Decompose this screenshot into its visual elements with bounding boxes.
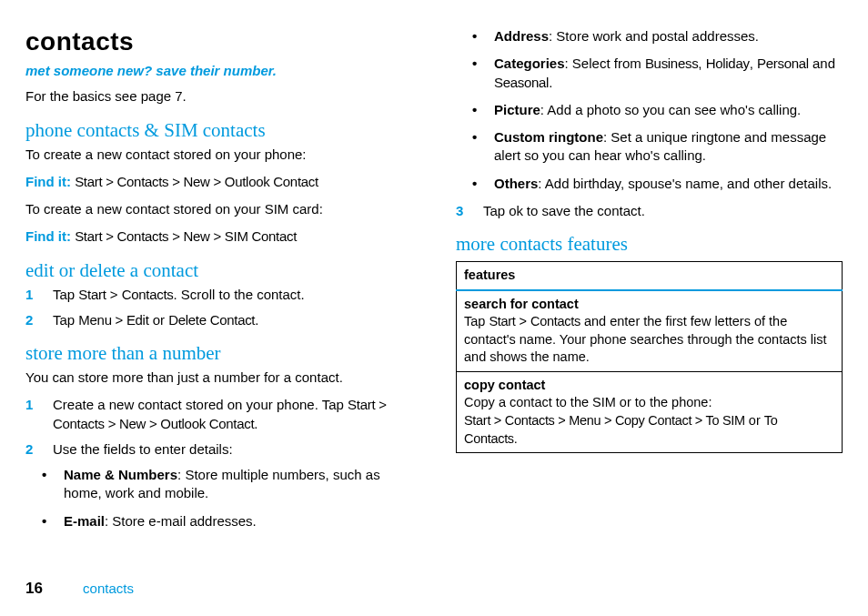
step-2: 2 Use the fields to enter details: xyxy=(25,440,412,459)
feature-search: search for contact Tap Start > Contacts … xyxy=(457,290,843,372)
field-bullets-left: Name & Numbers: Store multiple numbers, … xyxy=(25,466,412,530)
bullet-picture: Picture: Add a photo so you can see who'… xyxy=(456,101,843,119)
heading-store-more: store more than a number xyxy=(25,342,412,365)
step-text: Use the fields to enter details: xyxy=(53,440,412,459)
heading-more-features: more contacts features xyxy=(456,233,843,256)
page-number: 16 xyxy=(25,580,43,597)
feature-title: search for contact xyxy=(464,296,834,314)
field-bullets-right: Address: Store work and postal addresses… xyxy=(456,27,843,193)
feature-title: copy contact xyxy=(464,377,834,395)
findit-label: Find it: xyxy=(25,174,71,189)
findit-1: Find it: Start > Contacts > New > Outloo… xyxy=(25,173,412,191)
step-1: 1 Tap Start > Contacts. Scroll to the co… xyxy=(25,286,412,304)
bullet-others: Others: Add birthday, spouse's name, and… xyxy=(456,175,843,193)
right-column: Address: Store work and postal addresses… xyxy=(456,27,843,540)
features-header: features xyxy=(457,262,843,290)
step-number: 3 xyxy=(456,202,467,220)
feature-body: Tap Start > Contacts and enter the first… xyxy=(464,313,834,367)
bullet-email: E-mail: Store e-mail addresses. xyxy=(25,512,412,530)
store-steps-cont: 3 Tap ok to save the contact. xyxy=(456,202,843,220)
feature-body: Copy a contact to the SIM or to the phon… xyxy=(464,394,834,412)
heading-edit-delete: edit or delete a contact xyxy=(25,259,412,282)
footer-section: contacts xyxy=(83,581,134,596)
step-number: 2 xyxy=(25,440,36,459)
tagline: met someone new? save their number. xyxy=(25,62,412,80)
page-footer: 16 contacts xyxy=(25,580,134,598)
findit-path: Start > Contacts > New > Outlook Contact xyxy=(75,174,318,189)
sec1-p2: To create a new contact stored on your S… xyxy=(25,200,412,218)
step-number: 1 xyxy=(25,396,36,433)
bullet-categories: Categories: Select from Business, Holida… xyxy=(456,55,843,92)
step-text: Tap Start > Contacts. Scroll to the cont… xyxy=(53,286,412,304)
basics-line: For the basics see page 7. xyxy=(25,87,412,106)
findit-label: Find it: xyxy=(25,228,71,244)
feature-path: Start > Contacts > Menu > Copy Contact >… xyxy=(464,412,834,448)
step-text: Create a new contact stored on your phon… xyxy=(53,396,412,433)
store-steps: 1 Create a new contact stored on your ph… xyxy=(25,396,412,459)
step-text: Tap ok to save the contact. xyxy=(483,202,843,220)
edit-steps: 1 Tap Start > Contacts. Scroll to the co… xyxy=(25,286,412,330)
findit-path: Start > Contacts > New > SIM Contact xyxy=(75,228,297,244)
left-column: contacts met someone new? save their num… xyxy=(25,27,412,540)
sec3-intro: You can store more than just a number fo… xyxy=(25,369,412,387)
step-3: 3 Tap ok to save the contact. xyxy=(456,202,843,220)
findit-2: Find it: Start > Contacts > New > SIM Co… xyxy=(25,227,412,246)
step-text: Tap Menu > Edit or Delete Contact. xyxy=(53,311,412,329)
bullet-address: Address: Store work and postal addresses… xyxy=(456,27,843,45)
bullet-ringtone: Custom ringtone: Set a unique ringtone a… xyxy=(456,128,843,166)
step-number: 2 xyxy=(25,311,36,329)
bullet-name-numbers: Name & Numbers: Store multiple numbers, … xyxy=(25,466,412,503)
sec1-p1: To create a new contact stored on your p… xyxy=(25,146,412,164)
step-1: 1 Create a new contact stored on your ph… xyxy=(25,396,412,433)
page-title: contacts xyxy=(25,27,412,56)
feature-copy: copy contact Copy a contact to the SIM o… xyxy=(457,371,843,452)
step-2: 2 Tap Menu > Edit or Delete Contact. xyxy=(25,311,412,329)
features-table: features search for contact Tap Start > … xyxy=(456,261,843,453)
page-body: contacts met someone new? save their num… xyxy=(0,0,868,540)
step-number: 1 xyxy=(25,286,36,304)
heading-phone-sim: phone contacts & SIM contacts xyxy=(25,119,412,142)
